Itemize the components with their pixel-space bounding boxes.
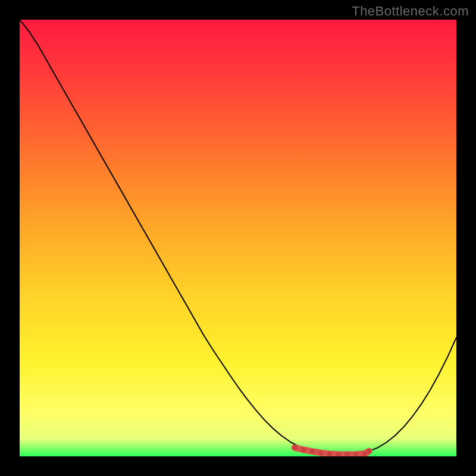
gradient-background bbox=[20, 20, 456, 456]
optimal-dot bbox=[327, 452, 332, 456]
chart-frame: TheBottleneck.com bbox=[0, 0, 476, 476]
optimal-dot bbox=[301, 447, 306, 452]
optimal-dot bbox=[310, 449, 315, 454]
watermark: TheBottleneck.com bbox=[352, 4, 469, 19]
optimal-dot bbox=[318, 450, 323, 455]
optimal-dot bbox=[292, 445, 297, 450]
chart-svg bbox=[20, 20, 456, 456]
optimal-dot bbox=[367, 449, 371, 453]
optimal-dot bbox=[362, 452, 367, 456]
plot-area bbox=[20, 20, 456, 456]
